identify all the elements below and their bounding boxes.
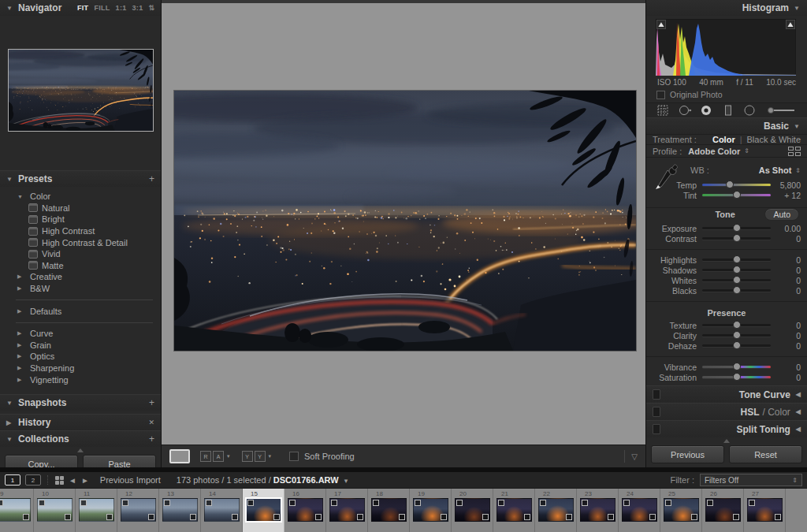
- slider-value[interactable]: 0: [771, 363, 801, 372]
- crop-overlay-tool-icon[interactable]: [656, 103, 670, 117]
- adjustment-badge-icon[interactable]: [649, 514, 656, 520]
- panel-header-tone-curve[interactable]: Tone Curve◀: [646, 385, 807, 403]
- slider-knob[interactable]: [733, 255, 741, 263]
- filmstrip-thumbnail[interactable]: [496, 498, 532, 522]
- crop-badge-icon[interactable]: [331, 500, 337, 506]
- slider-value[interactable]: 0: [771, 331, 801, 340]
- slider-value[interactable]: 0: [771, 373, 801, 382]
- graduated-filter-tool-icon[interactable]: [721, 103, 735, 117]
- adjustment-badge-icon[interactable]: [399, 514, 405, 520]
- slider-knob[interactable]: [733, 266, 741, 273]
- filmstrip-cell[interactable]: 21: [493, 489, 535, 532]
- filmstrip-cell[interactable]: 26: [702, 489, 744, 532]
- chevron-down-icon[interactable]: ⇕: [744, 147, 749, 154]
- chevron-down-icon[interactable]: ▾: [269, 453, 272, 459]
- crop-badge-icon[interactable]: [164, 500, 170, 506]
- adjustment-badge-icon[interactable]: [315, 514, 322, 520]
- add-collection-icon[interactable]: +: [149, 433, 154, 445]
- filmstrip-cell[interactable]: 16: [284, 489, 326, 532]
- copy-settings-button[interactable]: Copy...: [5, 455, 78, 467]
- crop-badge-icon[interactable]: [289, 500, 296, 506]
- secondary-monitor-button[interactable]: 2: [25, 474, 41, 485]
- before-after-y2-icon[interactable]: Y: [255, 451, 266, 462]
- adjustment-badge-icon[interactable]: [775, 514, 781, 520]
- next-photo-arrow-icon[interactable]: ►: [81, 476, 89, 485]
- previous-photo-arrow-icon[interactable]: ◄: [69, 476, 76, 485]
- chevron-down-icon[interactable]: ⇕: [795, 167, 801, 174]
- panel-toggle-switch[interactable]: [653, 389, 660, 400]
- slider-knob[interactable]: [733, 286, 741, 294]
- filmstrip-cell[interactable]: 12: [117, 489, 159, 532]
- slider-track-texture[interactable]: [702, 324, 771, 326]
- basic-panel-header[interactable]: Basic ▼: [646, 117, 807, 134]
- preset-item-natural[interactable]: Natural: [0, 203, 161, 214]
- preset-group-b-w[interactable]: ▶B&W: [0, 283, 161, 295]
- toolbar-chooser-icon[interactable]: ▽: [631, 452, 638, 461]
- slider-track-contrast[interactable]: [702, 237, 771, 240]
- treatment-option-black-white[interactable]: Black & White: [747, 135, 801, 144]
- before-after-topbottom-control[interactable]: Y Y ▾: [242, 451, 273, 462]
- clear-history-icon[interactable]: ✕: [148, 419, 154, 426]
- crop-badge-icon[interactable]: [39, 500, 45, 506]
- adjustment-badge-icon[interactable]: [566, 514, 572, 520]
- wb-value[interactable]: As Shot: [759, 166, 792, 175]
- crop-badge-icon[interactable]: [749, 500, 755, 506]
- slider-knob[interactable]: [733, 341, 741, 349]
- slider-track-temp[interactable]: [702, 184, 771, 186]
- adjustment-badge-icon[interactable]: [357, 514, 363, 520]
- slider-value[interactable]: 0: [771, 266, 801, 275]
- slider-knob[interactable]: [733, 373, 741, 381]
- filmstrip-cell[interactable]: 13: [159, 489, 201, 532]
- slider-value[interactable]: 0: [771, 234, 801, 244]
- crop-badge-icon[interactable]: [80, 500, 87, 506]
- filmstrip-thumbnail[interactable]: [538, 498, 574, 522]
- profile-browser-icon[interactable]: [788, 147, 801, 156]
- profile-value[interactable]: Adobe Color: [688, 147, 740, 156]
- panel-toggle-switch[interactable]: [653, 407, 660, 417]
- add-preset-icon[interactable]: +: [149, 173, 154, 184]
- preset-group-optics[interactable]: ▶Optics: [0, 351, 161, 363]
- adjustment-badge-icon[interactable]: [190, 514, 196, 520]
- adjustment-badge-icon[interactable]: [232, 514, 238, 520]
- preset-item-matte[interactable]: Matte: [0, 260, 161, 272]
- filmstrip-cell[interactable]: 18: [368, 489, 410, 532]
- filmstrip-thumbnail[interactable]: [705, 498, 741, 522]
- crop-badge-icon[interactable]: [582, 500, 588, 506]
- panel-toggle-switch[interactable]: [653, 424, 660, 434]
- preset-group-curve[interactable]: ▶Curve: [0, 328, 161, 340]
- slider-knob[interactable]: [733, 321, 741, 329]
- filmstrip-cell[interactable]: 25: [660, 489, 702, 532]
- filmstrip-thumbnail[interactable]: [413, 498, 448, 522]
- slider-value[interactable]: 0.00: [771, 224, 801, 233]
- filmstrip-cell[interactable]: 9: [0, 489, 34, 532]
- adjustment-badge-icon[interactable]: [106, 514, 113, 520]
- filmstrip-thumbnail[interactable]: [622, 498, 657, 522]
- filmstrip-thumbnail[interactable]: [162, 498, 198, 522]
- filmstrip-thumbnail[interactable]: [37, 498, 73, 522]
- crop-badge-icon[interactable]: [707, 500, 713, 506]
- filmstrip-cell[interactable]: 10: [34, 489, 76, 532]
- add-snapshot-icon[interactable]: +: [149, 397, 154, 408]
- filmstrip-cell[interactable]: 17: [326, 489, 368, 532]
- filter-dropdown[interactable]: Filters Off ⇕: [700, 474, 802, 486]
- histogram-panel-header[interactable]: Histogram ▼: [646, 0, 807, 16]
- filmstrip-cell[interactable]: 20: [452, 489, 493, 532]
- filmstrip-cell[interactable]: 11: [76, 489, 117, 532]
- adjustment-badge-icon[interactable]: [441, 514, 447, 520]
- white-balance-eyedropper-icon[interactable]: [654, 164, 678, 191]
- slider-value[interactable]: 5,800: [771, 180, 801, 190]
- preset-group-color[interactable]: ▼Color: [0, 191, 161, 203]
- collections-panel-header[interactable]: ▼ Collections +: [0, 430, 161, 447]
- crop-badge-icon[interactable]: [122, 500, 128, 506]
- previous-button[interactable]: Previous: [651, 445, 724, 463]
- slider-track-tint[interactable]: [702, 194, 771, 196]
- filmstrip-cell[interactable]: 24: [619, 489, 660, 532]
- preset-group-defaults[interactable]: ▶Defaults: [0, 305, 161, 317]
- slider-knob[interactable]: [733, 224, 741, 232]
- filmstrip-source[interactable]: Previous Import: [100, 475, 161, 485]
- slider-track-shadows[interactable]: [702, 269, 771, 271]
- chevron-down-icon[interactable]: ▾: [227, 453, 230, 459]
- adjustment-badge-icon[interactable]: [733, 514, 739, 520]
- zoom-option-1-1[interactable]: 1:1: [116, 4, 127, 12]
- crop-badge-icon[interactable]: [665, 500, 671, 506]
